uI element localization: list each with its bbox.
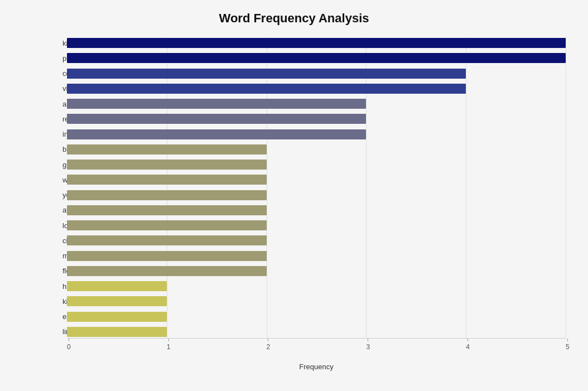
x-tick-line	[69, 339, 69, 341]
bar-wrapper	[67, 67, 566, 80]
x-tick-line	[268, 339, 268, 341]
bar-wrapper	[67, 173, 566, 186]
x-tick: 1	[167, 339, 171, 351]
bar-wrapper	[67, 250, 566, 262]
x-tick: 5	[566, 339, 570, 351]
x-tick-label: 0	[67, 343, 71, 351]
bar	[67, 160, 267, 170]
bar-row: hash	[67, 280, 566, 292]
bar-row: week	[67, 173, 566, 186]
x-tick: 2	[267, 339, 271, 351]
bar-wrapper	[67, 113, 566, 125]
bar-row: include	[67, 128, 566, 141]
bar	[67, 84, 466, 94]
x-tick-line	[168, 339, 169, 341]
bar-row: civilian	[67, 234, 566, 247]
bar-wrapper	[67, 158, 566, 171]
bar	[67, 190, 267, 200]
bar-wrapper	[67, 326, 566, 338]
x-tick-label: 2	[267, 343, 271, 351]
bar-wrapper	[67, 234, 566, 247]
x-tick-label: 1	[167, 343, 171, 351]
bar	[67, 53, 566, 63]
x-tick-label: 4	[466, 343, 470, 351]
x-tick-line	[567, 339, 568, 341]
bar	[67, 38, 566, 48]
bar-wrapper	[67, 204, 566, 216]
x-tick-line	[368, 339, 368, 341]
bar	[67, 205, 267, 215]
bar-row: local	[67, 219, 566, 231]
bar-wrapper	[67, 280, 566, 292]
bar	[67, 220, 267, 230]
bar-row: year	[67, 189, 566, 201]
x-axis-title: Frequency	[67, 363, 566, 371]
bar-wrapper	[67, 265, 566, 277]
bar-wrapper	[67, 128, 566, 141]
bar-row: people	[67, 52, 566, 64]
bar	[67, 266, 267, 276]
x-ticks: 012345	[67, 339, 566, 360]
bar-wrapper	[67, 295, 566, 307]
chart-container: Word Frequency Analysis killpeoplecongov…	[0, 0, 588, 391]
x-axis: 012345 Frequency	[67, 338, 566, 360]
bar	[67, 175, 267, 185]
bar-row: congo	[67, 67, 566, 80]
x-tick: 0	[67, 339, 71, 351]
bar	[67, 99, 366, 109]
bar-wrapper	[67, 143, 566, 156]
bar-row: link	[67, 326, 566, 338]
x-tick-label: 5	[566, 343, 570, 351]
x-tick: 4	[466, 339, 470, 351]
bar	[67, 69, 466, 79]
bar-wrapper	[67, 189, 566, 201]
bar-wrapper	[67, 311, 566, 323]
bar-row: flee	[67, 265, 566, 277]
bar-wrapper	[67, 37, 566, 49]
bar	[67, 114, 366, 124]
bar	[67, 251, 267, 261]
bar-row: rebel	[67, 113, 566, 125]
bar	[67, 281, 167, 291]
bar	[67, 129, 366, 139]
gridline	[566, 37, 566, 338]
bar-row: kill	[67, 37, 566, 49]
bar	[67, 312, 167, 322]
bar-row: group	[67, 158, 566, 171]
bar-row: border	[67, 143, 566, 156]
bar-wrapper	[67, 98, 566, 110]
bar-row: kinshasa	[67, 295, 566, 307]
bar-wrapper	[67, 52, 566, 64]
chart-area: killpeoplecongoviolencearmyrebelincludeb…	[67, 37, 566, 360]
bar	[67, 296, 167, 306]
bar-wrapper	[67, 219, 566, 231]
bar-row: extremist	[67, 311, 566, 323]
bar-row: violence	[67, 83, 566, 95]
x-tick-label: 3	[366, 343, 370, 351]
bar	[67, 235, 267, 245]
bar-row: army	[67, 98, 566, 110]
bar-row: attackers	[67, 204, 566, 216]
chart-title: Word Frequency Analysis	[22, 11, 566, 26]
bars-section: killpeoplecongoviolencearmyrebelincludeb…	[67, 37, 566, 338]
x-tick: 3	[366, 339, 370, 351]
bar-wrapper	[67, 83, 566, 95]
bar-row: mwendapeke	[67, 250, 566, 262]
bar	[67, 144, 267, 155]
x-tick-line	[467, 339, 468, 341]
bar	[67, 327, 167, 337]
